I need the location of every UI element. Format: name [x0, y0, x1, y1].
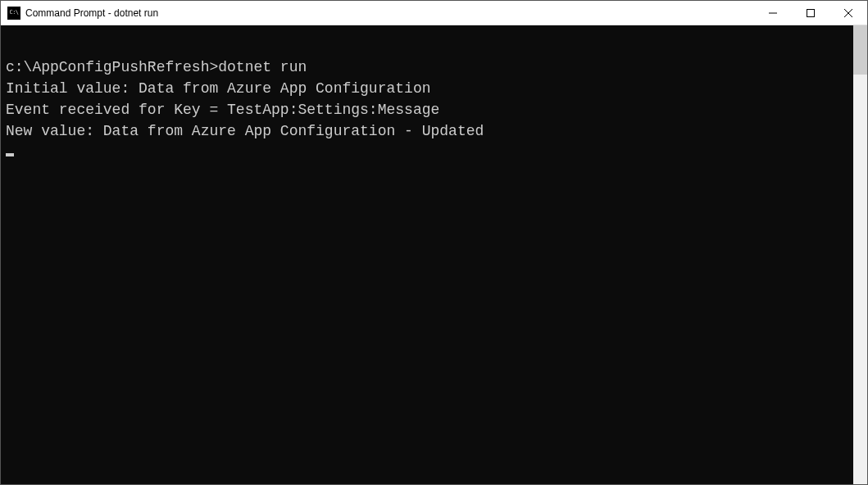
terminal-wrapper: c:\AppConfigPushRefresh>dotnet runInitia… — [1, 25, 867, 484]
prompt-command: dotnet run — [218, 59, 307, 75]
minimize-icon — [769, 9, 777, 17]
maximize-button[interactable] — [792, 1, 829, 25]
minimize-button[interactable] — [754, 1, 792, 25]
terminal-output[interactable]: c:\AppConfigPushRefresh>dotnet runInitia… — [1, 25, 853, 484]
svg-rect-1 — [807, 9, 815, 16]
output-line: Initial value: Data from Azure App Confi… — [6, 78, 848, 99]
blank-line — [6, 35, 848, 57]
terminal-cursor — [6, 153, 14, 156]
window-controls — [754, 1, 867, 25]
vertical-scrollbar[interactable] — [853, 25, 867, 484]
cmd-icon-text: C:\ — [9, 10, 18, 16]
cmd-icon: C:\ — [7, 7, 20, 20]
prompt-path: c:\AppConfigPushRefresh> — [6, 59, 218, 75]
output-line: Event received for Key = TestApp:Setting… — [6, 99, 848, 120]
close-button[interactable] — [829, 1, 867, 25]
window-title: Command Prompt - dotnet run — [25, 7, 754, 19]
close-icon — [844, 9, 852, 17]
scrollbar-thumb[interactable] — [853, 25, 867, 75]
output-line: New value: Data from Azure App Configura… — [6, 120, 848, 142]
prompt-line: c:\AppConfigPushRefresh>dotnet run — [6, 57, 848, 78]
maximize-icon — [807, 9, 815, 17]
window-titlebar: C:\ Command Prompt - dotnet run — [1, 1, 867, 25]
